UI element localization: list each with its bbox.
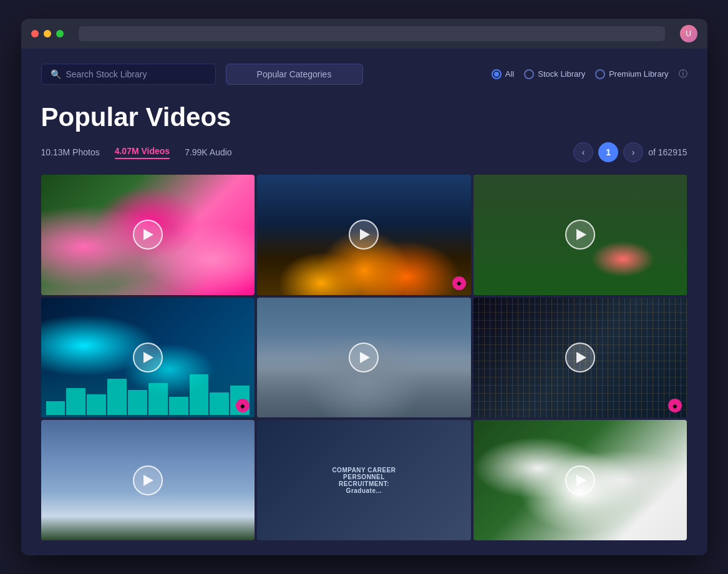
video-grid: ◆ xyxy=(41,175,687,540)
search-container[interactable]: 🔍 Search Stock Library xyxy=(41,64,216,85)
play-icon-3 xyxy=(576,229,586,240)
bar-7 xyxy=(169,397,188,415)
play-icon-4 xyxy=(143,352,153,363)
titlebar: U xyxy=(21,19,707,49)
video-card-1[interactable] xyxy=(41,175,255,295)
close-button[interactable] xyxy=(31,30,39,37)
bar-3 xyxy=(87,394,106,415)
minimize-button[interactable] xyxy=(44,30,51,37)
video-card-9[interactable] xyxy=(473,420,687,540)
bar-8 xyxy=(190,374,209,416)
play-button-4[interactable] xyxy=(133,343,163,372)
play-button-3[interactable] xyxy=(565,220,595,250)
play-button-7[interactable] xyxy=(133,465,163,495)
filter-stock[interactable]: Stock Library xyxy=(524,69,585,79)
filter-all-label: All xyxy=(505,69,514,79)
play-icon-7 xyxy=(143,475,153,486)
recruitment-line-3: RECRUITMENT: xyxy=(332,480,396,487)
maximize-button[interactable] xyxy=(56,30,64,37)
categories-button[interactable]: Popular Categories xyxy=(226,64,363,85)
video-card-3[interactable] xyxy=(473,175,687,295)
filter-all[interactable]: All xyxy=(492,69,514,79)
play-button-9[interactable] xyxy=(565,465,595,495)
stat-videos: 4.07M Videos xyxy=(115,146,170,156)
bar-5 xyxy=(128,390,147,415)
prev-page-button[interactable]: ‹ xyxy=(573,142,593,162)
play-button-6[interactable] xyxy=(565,343,595,372)
bar-6 xyxy=(148,383,168,415)
recruitment-line-4: Graduate... xyxy=(332,487,396,494)
recruitment-text: COMPANY CAREER PERSONNEL RECRUITMENT: Gr… xyxy=(332,467,396,494)
play-icon-5 xyxy=(360,352,370,363)
active-underline xyxy=(115,158,170,159)
video-card-6[interactable]: ◆ xyxy=(473,298,687,418)
play-icon-9 xyxy=(576,475,586,486)
page-title: Popular Videos xyxy=(41,102,687,132)
recruitment-line-2: PERSONNEL xyxy=(332,474,396,480)
stat-photos[interactable]: 10.13M Photos xyxy=(41,147,100,157)
radio-all[interactable] xyxy=(492,69,502,79)
bar-9 xyxy=(210,392,229,416)
radio-premium[interactable] xyxy=(595,69,605,79)
premium-badge-2: ◆ xyxy=(452,276,466,290)
filter-stock-label: Stock Library xyxy=(538,69,585,79)
video-card-8[interactable]: COMPANY CAREER PERSONNEL RECRUITMENT: Gr… xyxy=(257,420,471,540)
main-content: 🔍 Search Stock Library Popular Categorie… xyxy=(21,49,707,555)
video-card-5[interactable] xyxy=(257,298,471,418)
play-button-2[interactable] xyxy=(349,220,379,250)
video-card-4[interactable]: ◆ xyxy=(41,298,255,418)
current-page: 1 xyxy=(598,142,618,162)
search-icon: 🔍 xyxy=(51,69,61,79)
filter-premium-label: Premium Library xyxy=(609,69,668,79)
video-card-2[interactable]: ◆ xyxy=(257,175,471,295)
play-button-1[interactable] xyxy=(133,220,163,250)
data-bars xyxy=(41,369,255,417)
bar-2 xyxy=(66,388,85,416)
bar-1 xyxy=(46,401,66,415)
radio-dot-all xyxy=(494,72,499,77)
play-button-5[interactable] xyxy=(349,343,379,372)
info-icon[interactable]: ⓘ xyxy=(679,69,687,80)
play-icon-6 xyxy=(576,352,586,363)
top-bar: 🔍 Search Stock Library Popular Categorie… xyxy=(41,64,687,85)
bar-4 xyxy=(107,379,127,415)
url-bar[interactable] xyxy=(79,26,665,41)
radio-stock[interactable] xyxy=(524,69,534,79)
stat-audio[interactable]: 7.99K Audio xyxy=(185,147,232,157)
avatar[interactable]: U xyxy=(680,25,697,42)
recruitment-line-1: COMPANY CAREER xyxy=(332,467,396,474)
play-icon-1 xyxy=(143,229,153,240)
pagination: ‹ 1 › of 162915 xyxy=(573,142,687,162)
stat-videos-container[interactable]: 4.07M Videos xyxy=(115,145,170,159)
video-card-7[interactable] xyxy=(41,420,255,540)
page-total: of 162915 xyxy=(648,147,687,157)
filter-group: All Stock Library Premium Library ⓘ xyxy=(492,69,687,80)
play-icon-2 xyxy=(360,229,370,240)
browser-window: U 🔍 Search Stock Library Popular Categor… xyxy=(21,19,707,555)
next-page-button[interactable]: › xyxy=(623,142,643,162)
filter-premium[interactable]: Premium Library xyxy=(595,69,668,79)
search-input[interactable]: Search Stock Library xyxy=(66,69,147,79)
stats-row: 10.13M Photos 4.07M Videos 7.99K Audio ‹… xyxy=(41,142,687,162)
